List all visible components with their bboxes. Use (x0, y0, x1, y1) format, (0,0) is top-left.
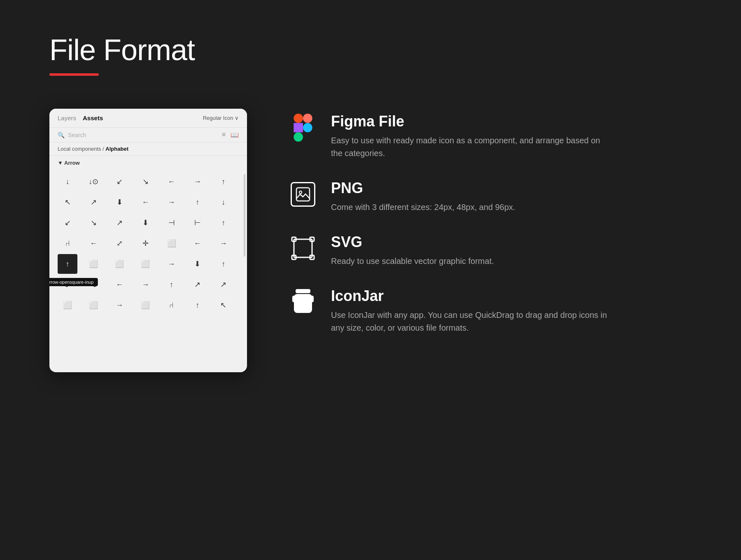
grid-cell[interactable]: ✛ (135, 233, 155, 253)
svg-point-6 (299, 191, 302, 194)
format-title-svg: SVG (331, 233, 692, 251)
section-label: ▼ Arrow (58, 160, 80, 166)
grid-cell[interactable]: ⤢ (110, 233, 129, 253)
grid-cell[interactable]: ← (135, 192, 155, 212)
content-area: Layers Assets Regular Icon ∨ 🔍 Search ≡ … (49, 109, 692, 372)
breadcrumb-prefix: Local components / (58, 146, 104, 152)
book-icon[interactable]: 📖 (231, 131, 239, 139)
list-icon[interactable]: ≡ (222, 131, 226, 139)
svg-rect-15 (310, 296, 314, 302)
png-icon-wrapper (288, 180, 318, 209)
svg-rect-4 (294, 132, 303, 142)
grid-cell[interactable]: ⬜ (135, 254, 155, 274)
format-item-png: PNG Come with 3 different sizes: 24px, 4… (288, 180, 692, 214)
grid-cell[interactable]: ⬇ (110, 192, 129, 212)
svg-icon-wrapper (288, 233, 318, 263)
panel-breadcrumb: Local components / Alphabet (49, 142, 247, 156)
grid-cell[interactable]: ⬜ (110, 254, 129, 274)
grid-cell[interactable]: ← (110, 275, 129, 294)
grid-cell[interactable]: ⬜ (162, 233, 182, 253)
grid-cell[interactable]: → (162, 192, 182, 212)
grid-cell[interactable]: ← (188, 233, 207, 253)
grid-cell[interactable]: → (135, 275, 155, 294)
tab-assets[interactable]: Assets (83, 114, 103, 121)
grid-cell[interactable]: ↑ (214, 213, 233, 233)
grid-cell[interactable]: ↘ (84, 213, 103, 233)
grid-cell[interactable]: ↗ (188, 275, 207, 294)
svg-rect-14 (292, 296, 296, 302)
grid-cell[interactable]: ↗ (84, 192, 103, 212)
tab-layers[interactable]: Layers (58, 114, 76, 121)
grid-cell[interactable]: ↑ (188, 192, 207, 212)
format-title-iconjar: IconJar (331, 287, 692, 305)
panel-header: Layers Assets Regular Icon ∨ (49, 109, 247, 128)
grid-cell[interactable]: ↙ (110, 172, 129, 191)
grid-cell[interactable]: → (162, 254, 182, 274)
svg-rect-0 (294, 114, 303, 123)
grid-cell[interactable]: ⬜ (84, 295, 103, 315)
format-desc-svg: Ready to use scalable vector graphic for… (331, 255, 611, 268)
grid-cell[interactable]: ⬜ (84, 254, 103, 274)
grid-cell[interactable]: ⑁ (58, 233, 77, 253)
svg-rect-2 (294, 123, 303, 133)
panel-search-row: 🔍 Search ≡ 📖 (49, 128, 247, 142)
grid-cell[interactable]: ↑ (188, 295, 207, 315)
icon-grid: ↓ ↓⊙ ↙ ↘ ← → ↑ ↖ ↗ ⬇ ← → ↑ ↓ ↙ (49, 170, 247, 317)
format-text-figma: Figma File Easy to use with ready made i… (331, 113, 692, 160)
format-text-iconjar: IconJar Use IconJar with any app. You ca… (331, 287, 692, 334)
svg-rect-7 (294, 239, 312, 257)
format-text-svg: SVG Ready to use scalable vector graphic… (331, 233, 692, 268)
breadcrumb-current: Alphabet (105, 146, 128, 152)
iconjar-logo-icon (291, 287, 315, 317)
iconjar-icon-wrapper (288, 287, 318, 317)
page: File Format Layers Assets Regular Icon ∨… (0, 0, 741, 560)
figma-logo-icon (292, 114, 314, 142)
grid-cell-highlighted[interactable]: ↑ sr-arrow-opensquare-inup (58, 254, 77, 274)
grid-cell[interactable]: → (188, 172, 207, 191)
grid-cell[interactable]: ← (162, 172, 182, 191)
grid-cell[interactable]: ↑ (214, 254, 233, 274)
grid-cell[interactable]: ↓ (214, 192, 233, 212)
figma-logo-wrapper (288, 113, 318, 142)
format-title-png: PNG (331, 180, 692, 197)
grid-cell[interactable]: ⬜ (135, 295, 155, 315)
grid-cell[interactable]: ↓ (58, 172, 77, 191)
svg-point-3 (303, 123, 312, 133)
format-item-iconjar: IconJar Use IconJar with any app. You ca… (288, 287, 692, 334)
title-underline (49, 73, 99, 76)
grid-cell[interactable]: ⊣ (162, 213, 182, 233)
png-icon (291, 182, 315, 207)
grid-cell[interactable]: ↑ (162, 275, 182, 294)
grid-cell[interactable]: ↗ (110, 213, 129, 233)
panel-dropdown[interactable]: Regular Icon ∨ (203, 115, 239, 121)
grid-cell[interactable]: ↖ (214, 295, 233, 315)
grid-cell[interactable]: ↑ (214, 172, 233, 191)
grid-cell[interactable]: ↖ (58, 192, 77, 212)
grid-cell[interactable]: ← (84, 233, 103, 253)
panel-search-icons: ≡ 📖 (222, 131, 239, 139)
formats-area: Figma File Easy to use with ready made i… (288, 109, 692, 334)
figma-panel: Layers Assets Regular Icon ∨ 🔍 Search ≡ … (49, 109, 247, 372)
grid-cell[interactable]: ⊢ (188, 213, 207, 233)
grid-cell[interactable]: ↓⊙ (84, 172, 103, 191)
grid-cell[interactable]: ⑁ (162, 295, 182, 315)
format-text-png: PNG Come with 3 different sizes: 24px, 4… (331, 180, 692, 214)
format-desc-iconjar: Use IconJar with any app. You can use Qu… (331, 309, 611, 334)
grid-cell[interactable]: → (214, 233, 233, 253)
format-desc-png: Come with 3 different sizes: 24px, 48px,… (331, 201, 611, 214)
grid-cell[interactable]: ⬜ (58, 295, 77, 315)
grid-cell[interactable]: ⬇ (135, 213, 155, 233)
svg-rect-13 (294, 294, 312, 313)
grid-cell[interactable]: ↗ (214, 275, 233, 294)
page-header: File Format (49, 33, 692, 76)
grid-cell[interactable]: ⬇ (188, 254, 207, 274)
format-title-figma: Figma File (331, 113, 692, 130)
grid-cell[interactable]: ↙ (58, 213, 77, 233)
search-input[interactable]: Search (68, 132, 219, 138)
grid-cell[interactable]: → (110, 295, 129, 315)
panel-scrollbar[interactable] (244, 174, 245, 257)
page-title: File Format (49, 33, 692, 67)
grid-cell[interactable]: ↘ (84, 275, 103, 294)
grid-cell[interactable]: ↘ (135, 172, 155, 191)
grid-cell[interactable]: ↙ (58, 275, 77, 294)
